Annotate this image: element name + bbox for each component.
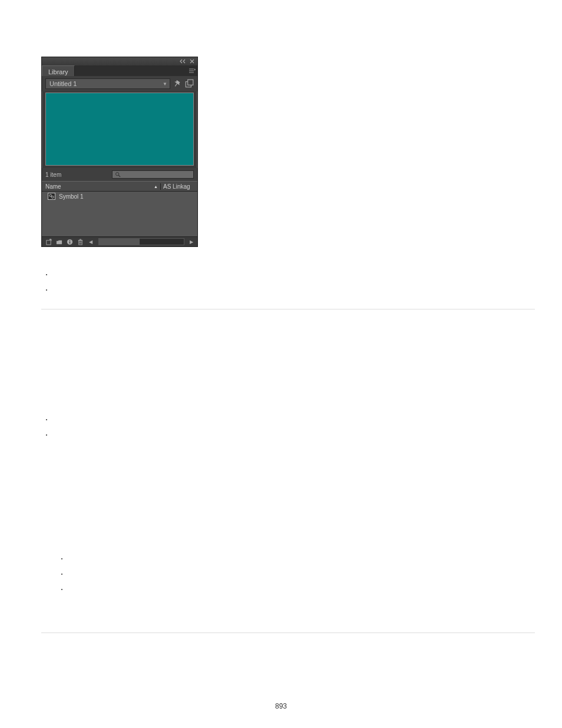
list-item xyxy=(67,556,68,560)
list-item xyxy=(67,572,68,575)
panel-menu-icon[interactable] xyxy=(187,65,197,76)
properties-icon[interactable] xyxy=(65,238,74,246)
new-symbol-icon[interactable] xyxy=(44,238,52,246)
document-name: Untitled 1 xyxy=(49,80,77,87)
list-item xyxy=(52,417,53,421)
symbol-preview xyxy=(45,93,194,166)
delete-icon[interactable] xyxy=(76,238,84,246)
svg-line-3 xyxy=(118,175,120,177)
chevron-down-icon: ▼ xyxy=(163,81,167,87)
new-folder-icon[interactable] xyxy=(55,238,63,246)
tab-row: Library xyxy=(42,65,197,76)
column-header-linkage[interactable]: AS Linkag xyxy=(160,183,197,190)
panel-titlebar xyxy=(42,57,197,65)
collapse-icon[interactable] xyxy=(180,58,186,64)
new-library-panel-icon[interactable] xyxy=(184,79,194,88)
bullet-list-3 xyxy=(57,556,68,591)
column-header-row: Name ▲ AS Linkag xyxy=(42,181,197,192)
tab-label: Library xyxy=(48,68,68,75)
scroll-right-icon[interactable]: ▶ xyxy=(188,238,195,245)
library-item-name: Symbol 1 xyxy=(59,193,84,200)
svg-point-2 xyxy=(116,173,119,176)
sort-asc-icon: ▲ xyxy=(154,185,158,189)
horizontal-rule xyxy=(41,633,535,633)
tab-library[interactable]: Library xyxy=(42,65,75,76)
column-name-label: Name xyxy=(45,183,61,190)
svg-rect-12 xyxy=(78,240,82,244)
list-item xyxy=(52,272,53,276)
document-dropdown[interactable]: Untitled 1 ▼ xyxy=(45,78,170,89)
horizontal-rule xyxy=(41,309,535,309)
list-item xyxy=(67,587,68,591)
panel-footer: ◀ ▶ xyxy=(42,236,197,246)
bullet-list-2 xyxy=(41,417,53,436)
scroll-left-icon[interactable]: ◀ xyxy=(87,238,95,246)
svg-rect-8 xyxy=(46,240,50,244)
svg-rect-10 xyxy=(69,241,70,243)
column-header-name[interactable]: Name ▲ xyxy=(42,183,160,190)
close-icon[interactable] xyxy=(189,58,195,64)
list-item xyxy=(52,288,53,291)
document-selector-row: Untitled 1 ▼ xyxy=(42,76,197,91)
list-item xyxy=(52,433,53,436)
svg-rect-11 xyxy=(69,240,70,241)
bullet-list-1 xyxy=(41,272,53,291)
search-icon xyxy=(115,172,121,177)
svg-rect-1 xyxy=(188,80,193,85)
item-count-row: 1 item xyxy=(42,168,197,181)
item-count: 1 item xyxy=(45,172,61,178)
search-input[interactable] xyxy=(112,170,194,179)
library-item-list xyxy=(42,201,197,236)
column-linkage-label: AS Linkag xyxy=(163,183,190,190)
library-panel: Library Untitled 1 ▼ 1 item xyxy=(41,57,198,247)
horizontal-scrollbar[interactable] xyxy=(98,238,184,245)
scrollbar-thumb[interactable] xyxy=(99,239,140,245)
pin-icon[interactable] xyxy=(173,79,182,88)
library-item-row[interactable]: Symbol 1 xyxy=(42,192,197,201)
movieclip-icon xyxy=(48,193,55,200)
page-number: 893 xyxy=(0,702,562,710)
